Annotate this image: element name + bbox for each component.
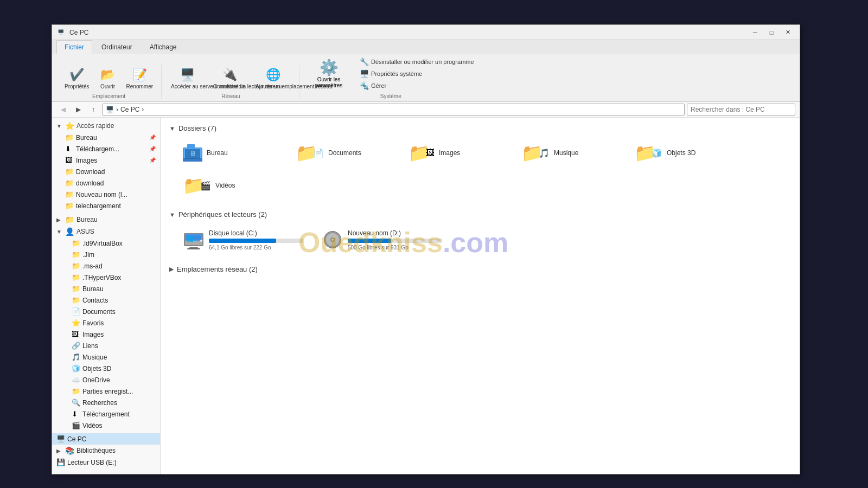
svg-rect-15	[187, 239, 190, 242]
tab-affichage[interactable]: Affichage	[142, 40, 185, 54]
sidebar-item-telechargement2[interactable]: ⬇ Téléchargement	[52, 408, 160, 420]
btn-ouvrir-params[interactable]: ⚙️ Ouvrir les paramètres	[305, 56, 353, 91]
btn-gerer[interactable]: 🔩 Gérer	[357, 80, 477, 91]
sidebar-item-jim[interactable]: 📁 .Jim	[52, 249, 160, 260]
images-folder-info: Images	[439, 149, 460, 157]
sidebar-item-ld9virtualbox[interactable]: 📁 .ld9VirtualBox	[52, 237, 160, 249]
btn-lecteur[interactable]: 🔌 Connecter un lecteur réseau	[209, 65, 250, 91]
sidebar-acces-rapide-header[interactable]: ▼ ⭐ Accès rapide	[52, 120, 160, 132]
sidebar-item-onedrive[interactable]: ☁️ OneDrive	[52, 374, 160, 386]
emplacements-arrow-icon: ▶	[169, 266, 174, 273]
folder-item-documents[interactable]: 📁 📄 Documents	[291, 139, 399, 167]
btn-serveur[interactable]: 🖥️ Accéder au serveur multimédia	[167, 65, 207, 91]
maximize-button[interactable]: □	[764, 27, 779, 38]
folder-item-videos[interactable]: 📁 🎬 Vidéos	[178, 171, 286, 200]
back-button[interactable]: ◀	[56, 104, 69, 115]
btn-proprietes-sys[interactable]: 🖥️ Propriétés système	[357, 68, 477, 79]
sidebar-item-nouveau-nom[interactable]: 📁 Nouveau nom (l...	[52, 189, 160, 200]
folder-item-objets3d[interactable]: 📁 🧊 Objets 3D	[629, 139, 738, 167]
nouveau-nom-icon: 📁	[65, 190, 74, 198]
path-current: Ce PC	[120, 106, 139, 113]
drive-c-bar-fill	[209, 239, 276, 243]
btn-ouvrir[interactable]: 📂 Ouvrir	[95, 65, 120, 91]
sidebar-item-favoris[interactable]: ⭐ Favoris	[52, 317, 160, 329]
btn-renommer[interactable]: 📝 Renommer	[123, 65, 157, 91]
folder-item-images[interactable]: 📁 🖼 Images	[404, 139, 512, 167]
sidebar-item-documents[interactable]: 📄 Documents	[52, 306, 160, 317]
sidebar-item-recherches[interactable]: 🔍 Recherches	[52, 397, 160, 408]
emplacements-section-header[interactable]: ▶ Emplacements réseau (2)	[169, 265, 791, 273]
folder-item-musique[interactable]: 📁 🎵 Musique	[516, 139, 625, 167]
sidebar-item-lecteur-usb[interactable]: 💾 Lecteur USB (E:)	[52, 457, 160, 468]
peripheriques-title: Périphériques et lecteurs (2)	[178, 210, 267, 219]
ouvrir-icon: 📂	[99, 66, 117, 84]
musique-big-icon: 📁 🎵	[521, 143, 550, 163]
drive-item-d[interactable]: Nouveau nom (D:) 500 Go libres sur 931 G…	[317, 225, 447, 254]
favoris-icon: ⭐	[72, 319, 80, 327]
asus-user-icon: 👤	[65, 227, 74, 236]
drive-grid: Disque local (C:) 64,1 Go libres sur 222…	[178, 225, 791, 254]
sidebar-item-ce-pc[interactable]: 🖥️ Ce PC	[52, 433, 160, 445]
btn-proprietes[interactable]: ✔️ Propriétés	[61, 65, 93, 91]
btn-desinstaller[interactable]: 🔧 Désinstaller ou modifier un programme	[357, 56, 477, 67]
tab-fichier[interactable]: Fichier	[56, 40, 92, 54]
objets3d-sidebar-icon: 🧊	[72, 364, 80, 373]
sidebar-item-thypervbox[interactable]: 📁 .THyperVBox	[52, 272, 160, 283]
sidebar-item-images-asus[interactable]: 🖼 Images	[52, 329, 160, 340]
dossiers-section-header[interactable]: ▼ Dossiers (7)	[169, 124, 791, 132]
sidebar-item-musique[interactable]: 🎵 Musique	[52, 351, 160, 363]
gerer-icon: 🔩	[360, 81, 369, 90]
path-home-icon: 🖥️	[106, 106, 114, 113]
bureau-asus-icon: 📁	[72, 285, 80, 293]
dossiers-title: Dossiers (7)	[178, 124, 216, 132]
sidebar-item-telechargement[interactable]: 📁 telechargement	[52, 200, 160, 211]
forward-button[interactable]: ▶	[72, 104, 85, 115]
content-area: ▼ Dossiers (7) 🖥	[161, 118, 800, 474]
search-input[interactable]	[687, 104, 795, 115]
drive-d-bar-fill	[348, 239, 391, 243]
sidebar-item-objets3d[interactable]: 🧊 Objets 3D	[52, 363, 160, 374]
videos-folder-name: Vidéos	[215, 182, 235, 189]
address-path[interactable]: 🖥️ › Ce PC ›	[102, 104, 685, 115]
sidebar-item-msad[interactable]: 📁 .ms-ad	[52, 260, 160, 272]
up-button[interactable]: ↑	[87, 104, 100, 115]
sidebar-asus-header[interactable]: ▼ 👤 ASUS	[52, 226, 160, 237]
close-button[interactable]: ✕	[780, 27, 795, 38]
contacts-icon: 📁	[72, 296, 80, 304]
sidebar-item-download2[interactable]: 📁 download	[52, 177, 160, 189]
minimize-button[interactable]: ─	[748, 27, 763, 38]
folder-grid: 🖥 Bureau 📁 📄 Documents	[178, 139, 791, 200]
peripheriques-section-header[interactable]: ▼ Périphériques et lecteurs (2)	[169, 210, 791, 219]
sidebar-item-telechargements[interactable]: ⬇ Téléchargem... 📌	[52, 143, 160, 155]
videos-asus-icon: 🎬	[72, 421, 80, 429]
title-bar-controls: ─ □ ✕	[748, 27, 795, 38]
bureau-folder-section-icon: 📁	[65, 215, 74, 224]
sidebar-item-contacts[interactable]: 📁 Contacts	[52, 294, 160, 306]
svg-point-10	[200, 240, 202, 242]
folder-item-bureau[interactable]: 🖥 Bureau	[178, 139, 286, 167]
ribbon-content: ✔️ Propriétés 📂 Ouvrir 📝 Renommer Emplac…	[52, 54, 800, 101]
sidebar-item-images[interactable]: 🖼 Images 📌	[52, 155, 160, 166]
ce-pc-icon: 🖥️	[56, 435, 65, 443]
sidebar-bibliotheques-header[interactable]: ▶ 📚 Bibliothèques	[52, 445, 160, 457]
drive-item-c[interactable]: Disque local (C:) 64,1 Go libres sur 222…	[178, 225, 308, 254]
tab-ordinateur[interactable]: Ordinateur	[93, 40, 141, 54]
desinstaller-icon: 🔧	[360, 57, 369, 66]
main-content: ▼ ⭐ Accès rapide 📁 Bureau 📌 ⬇ Télécharge…	[52, 118, 800, 474]
sidebar-item-videos-asus[interactable]: 🎬 Vidéos	[52, 420, 160, 431]
download-folder-icon: 📁	[65, 168, 74, 176]
sidebar-item-download[interactable]: 📁 Download	[52, 166, 160, 177]
proprietes-sys-icon: 🖥️	[360, 69, 369, 78]
sidebar-item-bureau[interactable]: 📁 Bureau 📌	[52, 132, 160, 143]
bureau-folder-info: Bureau	[207, 149, 228, 157]
sidebar-item-bureau-asus[interactable]: 📁 Bureau	[52, 283, 160, 294]
bibliotheques-arrow-icon: ▶	[56, 448, 63, 454]
svg-point-21	[331, 239, 334, 241]
sidebar-item-liens[interactable]: 🔗 Liens	[52, 340, 160, 351]
telechargement-icon: 📁	[65, 202, 74, 210]
btn-emplacement[interactable]: 🌐 Ajouter un emplacement réseau	[252, 65, 295, 91]
sidebar-bureau-header[interactable]: ▶ 📁 Bureau	[52, 214, 160, 226]
drive-d-info: Nouveau nom (D:) 500 Go libres sur 931 G…	[348, 229, 442, 251]
sidebar-item-parties[interactable]: 📁 Parties enregist...	[52, 386, 160, 397]
jim-icon: 📁	[72, 251, 80, 259]
